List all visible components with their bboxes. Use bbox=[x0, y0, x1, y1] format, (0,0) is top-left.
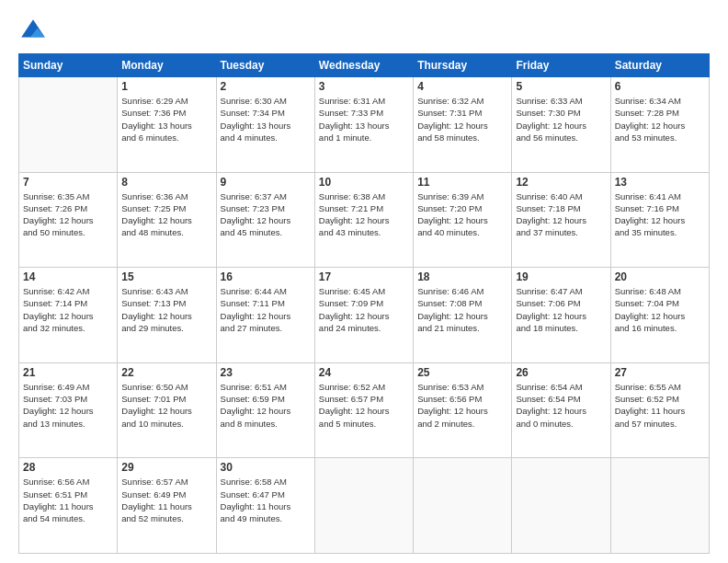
weekday-header: Monday bbox=[118, 54, 216, 77]
weekday-header: Saturday bbox=[610, 54, 709, 77]
calendar-cell bbox=[314, 458, 413, 554]
calendar-header-row: SundayMondayTuesdayWednesdayThursdayFrid… bbox=[19, 54, 710, 77]
calendar-cell: 23Sunrise: 6:51 AM Sunset: 6:59 PM Dayli… bbox=[216, 362, 314, 458]
cell-info: Sunrise: 6:29 AM Sunset: 7:36 PM Dayligh… bbox=[121, 95, 211, 144]
calendar-cell bbox=[610, 458, 709, 554]
calendar-cell: 28Sunrise: 6:56 AM Sunset: 6:51 PM Dayli… bbox=[19, 458, 118, 554]
calendar-week-row: 21Sunrise: 6:49 AM Sunset: 7:03 PM Dayli… bbox=[19, 362, 710, 458]
calendar-cell: 2Sunrise: 6:30 AM Sunset: 7:34 PM Daylig… bbox=[216, 77, 314, 173]
day-number: 16 bbox=[221, 270, 311, 283]
calendar-cell: 16Sunrise: 6:44 AM Sunset: 7:11 PM Dayli… bbox=[216, 268, 314, 363]
cell-info: Sunrise: 6:57 AM Sunset: 6:49 PM Dayligh… bbox=[121, 476, 211, 524]
day-number: 23 bbox=[221, 366, 311, 379]
calendar-cell bbox=[19, 77, 118, 173]
calendar-cell: 15Sunrise: 6:43 AM Sunset: 7:13 PM Dayli… bbox=[118, 268, 216, 363]
day-number: 6 bbox=[615, 80, 705, 93]
calendar-week-row: 14Sunrise: 6:42 AM Sunset: 7:14 PM Dayli… bbox=[19, 268, 710, 363]
cell-info: Sunrise: 6:43 AM Sunset: 7:13 PM Dayligh… bbox=[121, 285, 211, 334]
day-number: 2 bbox=[221, 80, 311, 93]
day-number: 22 bbox=[121, 366, 211, 379]
calendar-cell: 17Sunrise: 6:45 AM Sunset: 7:09 PM Dayli… bbox=[314, 268, 413, 363]
weekday-header: Sunday bbox=[19, 54, 118, 77]
calendar-cell bbox=[512, 458, 610, 554]
day-number: 30 bbox=[221, 461, 311, 474]
calendar-cell: 24Sunrise: 6:52 AM Sunset: 6:57 PM Dayli… bbox=[314, 362, 413, 458]
cell-info: Sunrise: 6:38 AM Sunset: 7:21 PM Dayligh… bbox=[319, 190, 409, 239]
day-number: 15 bbox=[121, 270, 211, 283]
weekday-header: Friday bbox=[512, 54, 610, 77]
calendar-cell: 14Sunrise: 6:42 AM Sunset: 7:14 PM Dayli… bbox=[19, 268, 118, 363]
weekday-header: Wednesday bbox=[314, 54, 413, 77]
calendar-cell: 3Sunrise: 6:31 AM Sunset: 7:33 PM Daylig… bbox=[314, 77, 413, 173]
cell-info: Sunrise: 6:41 AM Sunset: 7:16 PM Dayligh… bbox=[615, 190, 705, 239]
day-number: 8 bbox=[121, 176, 211, 189]
calendar-cell bbox=[414, 458, 512, 554]
calendar-cell: 27Sunrise: 6:55 AM Sunset: 6:52 PM Dayli… bbox=[610, 362, 709, 458]
cell-info: Sunrise: 6:30 AM Sunset: 7:34 PM Dayligh… bbox=[221, 95, 311, 144]
cell-info: Sunrise: 6:48 AM Sunset: 7:04 PM Dayligh… bbox=[615, 285, 705, 334]
cell-info: Sunrise: 6:45 AM Sunset: 7:09 PM Dayligh… bbox=[319, 285, 409, 334]
day-number: 20 bbox=[615, 270, 705, 283]
calendar-cell: 7Sunrise: 6:35 AM Sunset: 7:26 PM Daylig… bbox=[19, 172, 118, 268]
day-number: 17 bbox=[319, 270, 409, 283]
calendar-cell: 30Sunrise: 6:58 AM Sunset: 6:47 PM Dayli… bbox=[216, 458, 314, 554]
day-number: 24 bbox=[319, 366, 409, 379]
cell-info: Sunrise: 6:52 AM Sunset: 6:57 PM Dayligh… bbox=[319, 381, 409, 430]
weekday-header: Thursday bbox=[414, 54, 512, 77]
calendar-cell: 13Sunrise: 6:41 AM Sunset: 7:16 PM Dayli… bbox=[610, 172, 709, 268]
day-number: 5 bbox=[516, 80, 606, 93]
cell-info: Sunrise: 6:36 AM Sunset: 7:25 PM Dayligh… bbox=[121, 190, 211, 239]
calendar-cell: 9Sunrise: 6:37 AM Sunset: 7:23 PM Daylig… bbox=[216, 172, 314, 268]
calendar-table: SundayMondayTuesdayWednesdayThursdayFrid… bbox=[18, 53, 710, 554]
calendar-cell: 4Sunrise: 6:32 AM Sunset: 7:31 PM Daylig… bbox=[414, 77, 512, 173]
cell-info: Sunrise: 6:35 AM Sunset: 7:26 PM Dayligh… bbox=[23, 190, 113, 239]
cell-info: Sunrise: 6:53 AM Sunset: 6:56 PM Dayligh… bbox=[417, 381, 507, 430]
calendar-cell: 11Sunrise: 6:39 AM Sunset: 7:20 PM Dayli… bbox=[414, 172, 512, 268]
cell-info: Sunrise: 6:34 AM Sunset: 7:28 PM Dayligh… bbox=[615, 95, 705, 144]
cell-info: Sunrise: 6:42 AM Sunset: 7:14 PM Dayligh… bbox=[23, 285, 113, 334]
weekday-header: Tuesday bbox=[216, 54, 314, 77]
cell-info: Sunrise: 6:49 AM Sunset: 7:03 PM Dayligh… bbox=[23, 381, 113, 430]
cell-info: Sunrise: 6:44 AM Sunset: 7:11 PM Dayligh… bbox=[221, 285, 311, 334]
logo bbox=[18, 17, 51, 46]
day-number: 28 bbox=[23, 461, 113, 474]
calendar-cell: 25Sunrise: 6:53 AM Sunset: 6:56 PM Dayli… bbox=[414, 362, 512, 458]
cell-info: Sunrise: 6:54 AM Sunset: 6:54 PM Dayligh… bbox=[516, 381, 606, 430]
day-number: 13 bbox=[615, 176, 705, 189]
day-number: 11 bbox=[417, 176, 507, 189]
day-number: 12 bbox=[516, 176, 606, 189]
cell-info: Sunrise: 6:40 AM Sunset: 7:18 PM Dayligh… bbox=[516, 190, 606, 239]
calendar-cell: 1Sunrise: 6:29 AM Sunset: 7:36 PM Daylig… bbox=[118, 77, 216, 173]
calendar-cell: 18Sunrise: 6:46 AM Sunset: 7:08 PM Dayli… bbox=[414, 268, 512, 363]
day-number: 1 bbox=[121, 80, 211, 93]
cell-info: Sunrise: 6:50 AM Sunset: 7:01 PM Dayligh… bbox=[121, 381, 211, 430]
calendar-cell: 8Sunrise: 6:36 AM Sunset: 7:25 PM Daylig… bbox=[118, 172, 216, 268]
day-number: 19 bbox=[516, 270, 606, 283]
calendar-cell: 29Sunrise: 6:57 AM Sunset: 6:49 PM Dayli… bbox=[118, 458, 216, 554]
header bbox=[18, 17, 710, 46]
day-number: 27 bbox=[615, 366, 705, 379]
cell-info: Sunrise: 6:51 AM Sunset: 6:59 PM Dayligh… bbox=[221, 381, 311, 430]
day-number: 25 bbox=[417, 366, 507, 379]
calendar-cell: 12Sunrise: 6:40 AM Sunset: 7:18 PM Dayli… bbox=[512, 172, 610, 268]
calendar-cell: 6Sunrise: 6:34 AM Sunset: 7:28 PM Daylig… bbox=[610, 77, 709, 173]
calendar-cell: 21Sunrise: 6:49 AM Sunset: 7:03 PM Dayli… bbox=[19, 362, 118, 458]
cell-info: Sunrise: 6:47 AM Sunset: 7:06 PM Dayligh… bbox=[516, 285, 606, 334]
day-number: 9 bbox=[221, 176, 311, 189]
cell-info: Sunrise: 6:31 AM Sunset: 7:33 PM Dayligh… bbox=[319, 95, 409, 144]
calendar-cell: 10Sunrise: 6:38 AM Sunset: 7:21 PM Dayli… bbox=[314, 172, 413, 268]
cell-info: Sunrise: 6:32 AM Sunset: 7:31 PM Dayligh… bbox=[417, 95, 507, 144]
calendar-week-row: 7Sunrise: 6:35 AM Sunset: 7:26 PM Daylig… bbox=[19, 172, 710, 268]
cell-info: Sunrise: 6:58 AM Sunset: 6:47 PM Dayligh… bbox=[221, 476, 311, 524]
day-number: 10 bbox=[319, 176, 409, 189]
day-number: 21 bbox=[23, 366, 113, 379]
cell-info: Sunrise: 6:37 AM Sunset: 7:23 PM Dayligh… bbox=[221, 190, 311, 239]
calendar-cell: 5Sunrise: 6:33 AM Sunset: 7:30 PM Daylig… bbox=[512, 77, 610, 173]
cell-info: Sunrise: 6:39 AM Sunset: 7:20 PM Dayligh… bbox=[417, 190, 507, 239]
day-number: 29 bbox=[121, 461, 211, 474]
calendar-cell: 26Sunrise: 6:54 AM Sunset: 6:54 PM Dayli… bbox=[512, 362, 610, 458]
day-number: 26 bbox=[516, 366, 606, 379]
day-number: 4 bbox=[417, 80, 507, 93]
page: SundayMondayTuesdayWednesdayThursdayFrid… bbox=[0, 0, 728, 563]
calendar-cell: 19Sunrise: 6:47 AM Sunset: 7:06 PM Dayli… bbox=[512, 268, 610, 363]
